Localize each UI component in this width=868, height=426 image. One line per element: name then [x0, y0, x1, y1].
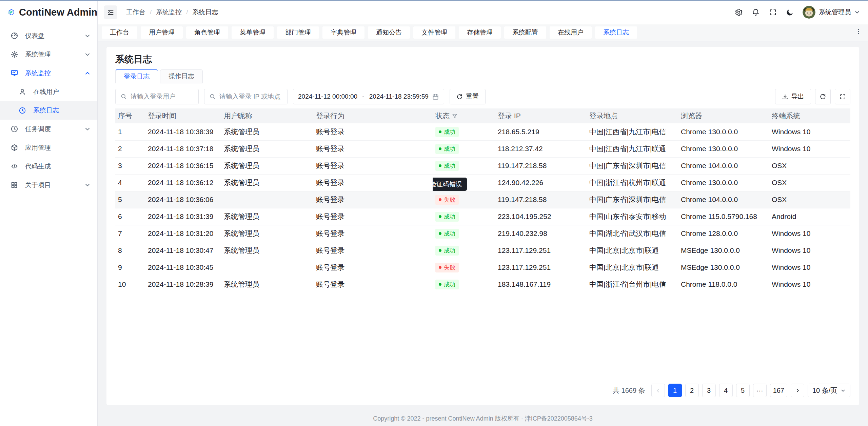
tab-system-config[interactable]: 系统配置: [504, 26, 546, 39]
pagination-next-button[interactable]: [791, 384, 804, 397]
filter-funnel-icon[interactable]: [452, 113, 457, 119]
cell-behavior: 账号登录: [313, 174, 433, 191]
reset-button[interactable]: 重置: [450, 89, 486, 104]
sidebar-item-dashboard[interactable]: 仪表盘: [0, 26, 97, 45]
pagination: 共 1669 条 1 2 3 4 5 ··· 167 10 条/页: [115, 377, 850, 397]
sidebar-item-task-schedule[interactable]: 任务调度: [0, 120, 97, 138]
pagination-page-5[interactable]: 5: [736, 384, 750, 397]
logo-icon: [8, 6, 15, 19]
sidebar-item-code-generation[interactable]: 代码生成: [0, 157, 97, 176]
cell-browser: Chrome 130.0.0.0: [678, 140, 769, 157]
sidebar-item-about-project[interactable]: 关于项目: [0, 176, 97, 194]
pagination-page-167[interactable]: 167: [770, 384, 787, 397]
sidebar-item-system-monitor[interactable]: 系统监控: [0, 64, 97, 82]
table-row: 10 2024-11-18 10:28:39 系统管理员 账号登录 成功 183…: [115, 276, 850, 293]
date-start-value[interactable]: 2024-11-12 00:00:00: [298, 93, 357, 100]
pagination-page-3[interactable]: 3: [702, 384, 716, 397]
sidebar-item-system-log[interactable]: 系统日志: [0, 101, 97, 120]
user-menu[interactable]: 系统管理员: [803, 6, 860, 19]
tab-login-log[interactable]: 登录日志: [115, 69, 158, 83]
cell-browser: MSEdge 130.0.0.0: [678, 259, 769, 276]
refresh-table-button[interactable]: [815, 89, 831, 104]
status-badge-fail[interactable]: 失败: [435, 195, 459, 205]
cell-behavior: 账号登录: [313, 123, 433, 140]
status-badge-success[interactable]: 成功: [435, 161, 459, 171]
login-user-search[interactable]: [115, 89, 199, 104]
grid-icon: [10, 181, 18, 189]
tab-user-management[interactable]: 用户管理: [141, 26, 183, 39]
cell-login-time: 2024-11-18 10:28:39: [145, 276, 221, 293]
dark-mode-button[interactable]: [786, 8, 794, 16]
login-ip-input[interactable]: [219, 93, 282, 100]
search-icon: [209, 93, 216, 100]
gear-icon: [735, 8, 743, 16]
login-ip-search[interactable]: [204, 89, 288, 104]
chevron-down-icon: [841, 388, 846, 393]
tabs-more-button[interactable]: [854, 27, 863, 36]
cell-nickname: 系统管理员: [221, 123, 313, 140]
cell-os: Windows 10: [769, 140, 850, 157]
chevron-down-icon: [854, 9, 860, 15]
export-button[interactable]: 导出: [775, 89, 811, 104]
login-log-table: 序号 登录时间 用户昵称 登录行为 状态: [115, 108, 850, 293]
settings-button[interactable]: [735, 8, 743, 16]
code-icon: [10, 162, 18, 170]
status-badge-success[interactable]: 成功: [435, 229, 459, 239]
tab-storage-management[interactable]: 存储管理: [459, 26, 501, 39]
breadcrumb-item[interactable]: 系统监控: [156, 8, 182, 17]
tab-dict-management[interactable]: 字典管理: [322, 26, 364, 39]
cell-login-ip: 183.148.167.119: [495, 276, 587, 293]
table-fullscreen-button[interactable]: [835, 89, 850, 104]
avatar: [803, 6, 815, 19]
login-user-input[interactable]: [131, 93, 194, 100]
date-range-picker[interactable]: 2024-11-12 00:00:00 - 2024-11-18 23:59:5…: [293, 89, 444, 104]
breadcrumb-item[interactable]: 工作台: [126, 8, 145, 17]
notifications-button[interactable]: [752, 8, 760, 16]
fullscreen-button[interactable]: [769, 8, 777, 16]
sidebar-item-system-management[interactable]: 系统管理: [0, 45, 97, 64]
schedule-clock-icon: [10, 125, 18, 133]
table-row: 6 2024-11-18 10:31:39 系统管理员 账号登录 成功 223.…: [115, 208, 850, 225]
cell-index: 10: [115, 276, 145, 293]
status-badge-success[interactable]: 成功: [435, 246, 459, 256]
cell-status: 成功: [433, 140, 495, 157]
cell-browser: Chrome 130.0.0.0: [678, 174, 769, 191]
pagination-page-4[interactable]: 4: [719, 384, 733, 397]
pagination-ellipsis[interactable]: ···: [753, 384, 767, 397]
status-badge-success[interactable]: 成功: [435, 280, 459, 289]
tab-notice[interactable]: 通知公告: [368, 26, 410, 39]
cell-os: OSX: [769, 157, 850, 174]
status-badge-success[interactable]: 成功: [435, 127, 459, 137]
sidebar-collapse-button[interactable]: [104, 5, 117, 19]
clock-icon: [18, 106, 26, 115]
tab-file-management[interactable]: 文件管理: [413, 26, 455, 39]
tab-online-users[interactable]: 在线用户: [550, 26, 592, 39]
pagination-page-2[interactable]: 2: [685, 384, 699, 397]
tab-menu-management[interactable]: 菜单管理: [232, 26, 274, 39]
sidebar-item-app-management[interactable]: 应用管理: [0, 138, 97, 157]
status-badge-success[interactable]: 成功: [435, 144, 459, 154]
status-dot: [439, 232, 441, 235]
logo[interactable]: ContiNew Admin: [0, 0, 97, 24]
tab-system-log[interactable]: 系统日志: [595, 26, 637, 39]
page-size-select[interactable]: 10 条/页: [808, 384, 850, 397]
tab-operation-log[interactable]: 操作日志: [160, 69, 203, 83]
cell-location: 中国|广东省|深圳市|电信: [587, 157, 678, 174]
sidebar-item-online-users[interactable]: 在线用户: [0, 82, 97, 101]
top-accent-bar: [0, 0, 868, 1]
tab-workbench[interactable]: 工作台: [102, 26, 137, 39]
tab-role-management[interactable]: 角色管理: [186, 26, 228, 39]
cell-index: 5: [115, 191, 145, 208]
cell-nickname: [221, 259, 313, 276]
sidebar-menu: 仪表盘 系统管理 系统监控: [0, 24, 97, 194]
table-row: 8 2024-11-18 10:30:47 系统管理员 账号登录 成功 123.…: [115, 242, 850, 259]
status-badge-success[interactable]: 成功: [435, 212, 459, 222]
cell-index: 1: [115, 123, 145, 140]
pagination-page-1[interactable]: 1: [668, 384, 682, 397]
tab-dept-management[interactable]: 部门管理: [277, 26, 319, 39]
user-icon: [18, 88, 26, 96]
pagination-prev-button[interactable]: [651, 384, 665, 397]
date-end-value[interactable]: 2024-11-18 23:59:59: [369, 93, 429, 100]
status-label: 成功: [444, 162, 455, 170]
status-badge-fail[interactable]: 失败: [435, 263, 459, 272]
